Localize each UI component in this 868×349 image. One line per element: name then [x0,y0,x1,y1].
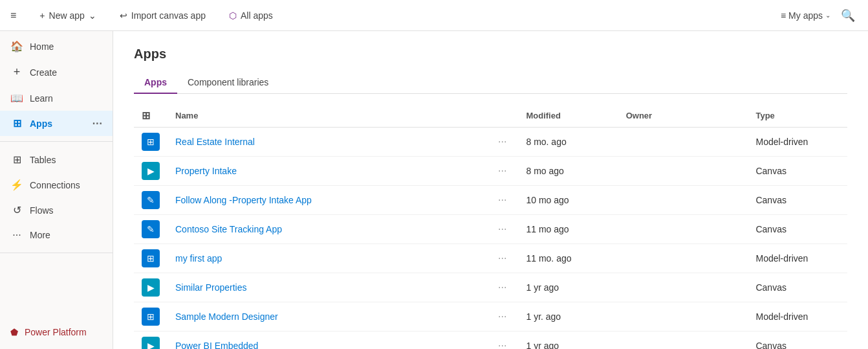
app-modified: 10 mo ago [518,186,618,215]
app-modified: 1 yr. ago [518,302,618,332]
sidebar-item-home[interactable]: 🏠 Home [0,34,113,59]
app-name: Real Estate Internal [168,128,486,157]
create-icon: + [10,65,23,79]
learn-icon: 📖 [10,92,23,104]
table-row[interactable]: ⊞Sample Modern Designer···1 yr. agoModel… [134,302,847,332]
sidebar-item-tables-label: Tables [30,155,56,165]
topbar-right: ≡ My apps ⌄ 🔍 [781,6,858,25]
app-type: Canvas [748,157,847,186]
app-more-button[interactable]: ··· [494,193,510,207]
sidebar-bottom: ⬟ Power Platform [0,321,113,349]
app-icon: ⊞ [142,133,160,151]
table-row[interactable]: ⊞my first app···11 mo. agoModel-driven [134,244,847,273]
sidebar-item-learn[interactable]: 📖 Learn [0,85,113,111]
app-name: Power BI Embedded [168,332,486,350]
home-icon: 🏠 [10,40,23,52]
sidebar-item-apps-label: Apps [30,118,52,129]
sidebar-item-power-platform[interactable]: ⬟ Power Platform [0,321,113,344]
app-owner [618,157,748,186]
more-icon: ··· [10,229,23,241]
sidebar-divider-top [0,141,113,142]
sidebar-item-connections[interactable]: ⚡ Connections [0,172,113,197]
col-header-type[interactable]: Type [748,104,847,128]
office-icon: ⬡ [229,10,237,21]
import-canvas-button[interactable]: ↩ Import canvas app [114,8,211,23]
app-more-button[interactable]: ··· [494,310,510,323]
table-row[interactable]: ▶Property Intake···8 mo agoCanvas [134,157,847,186]
sidebar-item-more-label: More [30,230,50,240]
app-owner [618,332,748,350]
list-icon: ≡ [781,10,786,21]
app-type: Canvas [748,273,847,302]
app-icon: ▶ [142,162,160,180]
new-app-label: New app [49,10,85,21]
flows-icon: ↺ [10,204,23,216]
sidebar: 🏠 Home + Create 📖 Learn ⊞ Apps ⋯ ⊞ Table… [0,31,113,349]
app-more-button[interactable]: ··· [494,251,510,265]
app-owner [618,302,748,332]
apps-table: ⊞ Name Modified Owner Type ⊞Real Estate … [134,104,847,349]
app-name: Property Intake [168,157,486,186]
my-apps-label: My apps [788,10,823,21]
hamburger-icon[interactable]: ≡ [10,10,16,21]
page-title: Apps [134,47,847,62]
import-icon: ↩ [120,10,127,21]
table-row[interactable]: ⊞Real Estate Internal···8 mo. agoModel-d… [134,128,847,157]
app-owner [618,186,748,215]
app-type: Canvas [748,215,847,244]
table-row[interactable]: ▶Power BI Embedded···1 yr agoCanvas [134,332,847,350]
my-apps-button[interactable]: ≡ My apps ⌄ [781,10,830,21]
col-header-dots [486,104,518,128]
power-platform-icon: ⬟ [10,327,18,337]
col-header-name[interactable]: Name [168,104,486,128]
all-apps-button[interactable]: ⬡ All apps [224,8,278,23]
table-header: ⊞ Name Modified Owner Type [134,104,847,128]
app-owner [618,244,748,273]
app-icon: ✎ [142,191,160,209]
tab-apps[interactable]: Apps [134,72,177,94]
all-apps-label: All apps [241,10,273,21]
app-more-button[interactable]: ··· [494,222,510,236]
sidebar-item-power-platform-label: Power Platform [25,327,87,337]
col-header-icon: ⊞ [134,104,168,128]
app-modified: 11 mo. ago [518,244,618,273]
app-modified: 8 mo. ago [518,128,618,157]
connections-icon: ⚡ [10,179,23,191]
apps-more-icon[interactable]: ⋯ [92,117,102,129]
table-row[interactable]: ▶Similar Properties···1 yr agoCanvas [134,273,847,302]
app-more-button[interactable]: ··· [494,135,510,148]
search-icon[interactable]: 🔍 [838,6,858,25]
app-more-button[interactable]: ··· [494,339,510,349]
app-name: Similar Properties [168,273,486,302]
app-name: Sample Modern Designer [168,302,486,332]
sidebar-divider-bottom [0,253,113,253]
sidebar-item-create[interactable]: + Create [0,59,113,85]
new-app-icon: + [39,10,45,21]
sidebar-item-flows[interactable]: ↺ Flows [0,197,113,223]
col-header-modified[interactable]: Modified [518,104,618,128]
app-type: Model-driven [748,244,847,273]
app-owner [618,273,748,302]
table-row[interactable]: ✎Follow Along -Property Intake App···10 … [134,186,847,215]
app-name: Follow Along -Property Intake App [168,186,486,215]
col-header-owner[interactable]: Owner [618,104,748,128]
new-app-caret-icon: ⌄ [89,10,96,21]
app-icon: ⊞ [142,249,160,267]
tab-component-libraries[interactable]: Component libraries [177,72,279,94]
sidebar-item-apps[interactable]: ⊞ Apps ⋯ [0,111,113,136]
sidebar-item-tables[interactable]: ⊞ Tables [0,147,113,172]
new-app-button[interactable]: + New app ⌄ [34,8,101,23]
app-more-button[interactable]: ··· [494,164,510,177]
sidebar-item-flows-label: Flows [30,205,54,216]
app-more-button[interactable]: ··· [494,280,510,294]
topbar-left: ≡ + New app ⌄ ↩ Import canvas app ⬡ All … [10,8,781,23]
sidebar-item-more[interactable]: ··· More [0,223,113,247]
table-body: ⊞Real Estate Internal···8 mo. agoModel-d… [134,128,847,350]
app-type: Canvas [748,332,847,350]
app-owner [618,215,748,244]
main-layout: 🏠 Home + Create 📖 Learn ⊞ Apps ⋯ ⊞ Table… [0,31,868,349]
table-row[interactable]: ✎Contoso Site Tracking App···11 mo agoCa… [134,215,847,244]
topbar: ≡ + New app ⌄ ↩ Import canvas app ⬡ All … [0,0,868,31]
tabs-container: Apps Component libraries [134,72,847,94]
sidebar-item-connections-label: Connections [30,180,80,190]
